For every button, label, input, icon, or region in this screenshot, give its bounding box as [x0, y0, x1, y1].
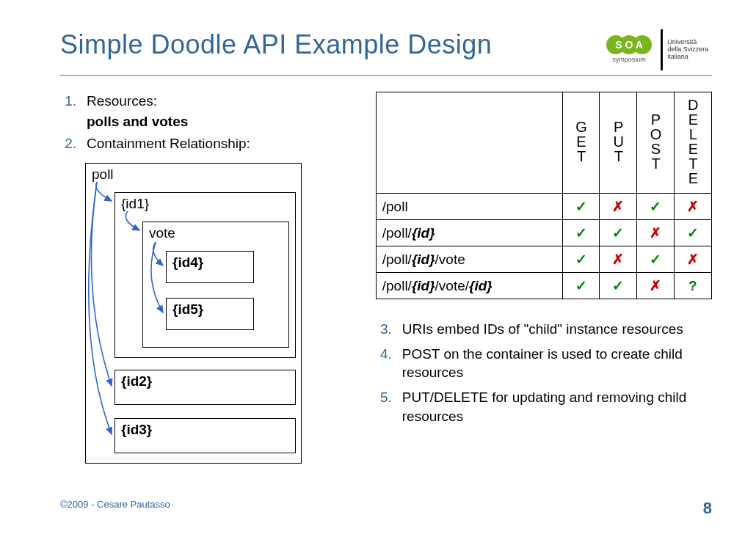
slide-title: Simple Doodle API Example Design	[60, 29, 603, 60]
left-column: 1. Resources: polls and votes 2. Contain…	[60, 92, 354, 464]
cell-check: ✓	[600, 220, 637, 246]
cell-check: ✓	[562, 194, 600, 220]
col-put: PUT	[600, 92, 637, 194]
http-methods-table: GET PUT POST DELETE /poll ✓ ✗ ✓ ✗ /poll/…	[376, 92, 712, 299]
cell-cross: ✗	[600, 194, 637, 220]
cell-cross: ✗	[674, 194, 711, 220]
table-row: /poll/{id} ✓ ✓ ✗ ✓	[376, 220, 711, 246]
list-number: 1.	[60, 92, 87, 111]
list-text: PUT/DELETE for updating and removing chi…	[402, 388, 712, 425]
list-text: URIs embed IDs of "child" instance resou…	[402, 320, 683, 339]
list-number: 5.	[376, 388, 402, 425]
table-row: /poll/{id}/vote ✓ ✗ ✓ ✗	[376, 246, 711, 273]
box-id4: {id4}	[166, 251, 254, 283]
header: Simple Doodle API Example Design S O A s…	[60, 29, 712, 76]
cell-check: ✓	[674, 220, 711, 246]
slide: Simple Doodle API Example Design S O A s…	[0, 0, 756, 534]
col-post: POST	[637, 92, 675, 194]
table-row: /poll ✓ ✗ ✓ ✗	[376, 194, 711, 220]
cell-check: ✓	[600, 273, 637, 299]
cell-question: ?	[674, 273, 711, 299]
list-text: POST on the container is used to create …	[402, 345, 712, 382]
col-get: GET	[562, 92, 600, 194]
cell-cross: ✗	[674, 246, 711, 273]
content: 1. Resources: polls and votes 2. Contain…	[60, 92, 712, 464]
cell-check: ✓	[562, 246, 600, 273]
top-list-2: 2. Containment Relationship:	[60, 134, 354, 153]
cell-check: ✓	[562, 273, 600, 299]
list-item: 1. Resources:	[60, 92, 354, 111]
row-label: /poll/{id}/vote	[376, 246, 562, 273]
top-list: 1. Resources:	[60, 92, 354, 111]
cell-check: ✓	[637, 246, 675, 273]
list-item: 2. Containment Relationship:	[60, 134, 354, 153]
row-label: /poll/{id}	[376, 220, 562, 246]
cell-cross: ✗	[600, 246, 637, 273]
col-delete: DELETE	[674, 92, 711, 194]
footer: ©2009 - Cesare Pautasso 8	[60, 499, 712, 518]
cell-cross: ✗	[637, 273, 675, 299]
list-number: 2.	[60, 134, 87, 153]
box-id3: {id3}	[115, 418, 296, 453]
cell-cross: ✗	[637, 220, 675, 246]
cell-check: ✓	[562, 220, 600, 246]
bottom-list: 3. URIs embed IDs of "child" instance re…	[376, 320, 712, 425]
usi-logo: Università della Svizzera italiana	[661, 29, 712, 70]
soa-subtitle: symposium	[612, 56, 646, 63]
list-item: 4. POST on the container is used to crea…	[376, 345, 712, 382]
box-id2: {id2}	[115, 370, 296, 405]
cell-check: ✓	[637, 194, 675, 220]
list-text: Resources:	[87, 92, 157, 111]
usi-bar-icon	[661, 29, 663, 70]
copyright: ©2009 - Cesare Pautasso	[60, 499, 170, 518]
list-number: 4.	[376, 345, 402, 382]
usi-text: Università della Svizzera italiana	[667, 39, 712, 61]
list-subtext: polls and votes	[87, 114, 354, 130]
list-text: Containment Relationship:	[87, 134, 250, 153]
list-item: 3. URIs embed IDs of "child" instance re…	[376, 320, 712, 339]
list-number: 3.	[376, 320, 402, 339]
row-label: /poll/{id}/vote/{id}	[376, 273, 562, 299]
svg-text:S O A: S O A	[615, 39, 643, 51]
soa-logo: S O A symposium	[603, 29, 655, 66]
list-item: 5. PUT/DELETE for updating and removing …	[376, 388, 712, 425]
right-column: GET PUT POST DELETE /poll ✓ ✗ ✓ ✗ /poll/…	[376, 92, 712, 464]
containment-diagram: poll {id1} vote {id4} {id5} {id2} {id3}	[85, 163, 302, 464]
row-label: /poll	[376, 194, 562, 220]
page-number: 8	[703, 499, 712, 518]
table-row: /poll/{id}/vote/{id} ✓ ✓ ✗ ?	[376, 273, 711, 299]
table-corner	[376, 92, 562, 194]
box-id5: {id5}	[166, 298, 254, 330]
